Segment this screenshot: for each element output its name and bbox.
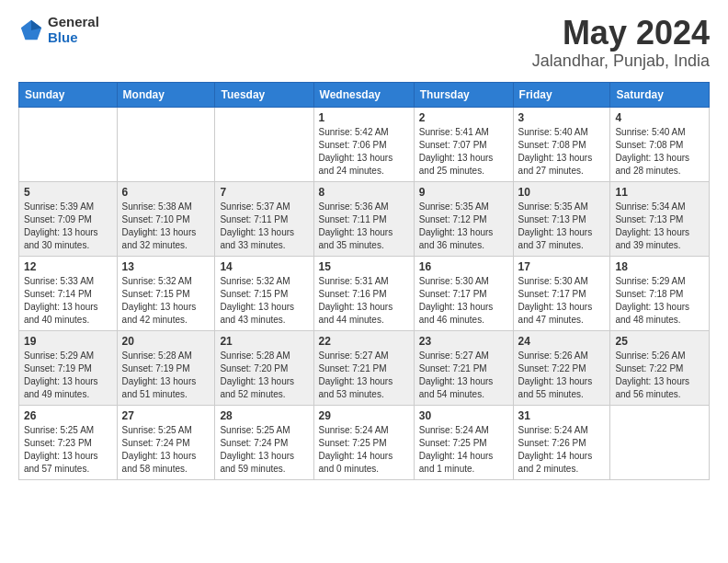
calendar-week-1: 1Sunrise: 5:42 AM Sunset: 7:06 PM Daylig…: [19, 107, 710, 181]
day-number: 28: [220, 409, 308, 422]
calendar-cell: [19, 107, 118, 181]
day-number: 21: [220, 335, 308, 348]
calendar-cell: [117, 107, 215, 181]
day-info: Sunrise: 5:41 AM Sunset: 7:07 PM Dayligh…: [419, 126, 508, 178]
calendar-cell: 7Sunrise: 5:37 AM Sunset: 7:11 PM Daylig…: [215, 181, 313, 256]
day-number: 13: [122, 260, 210, 273]
calendar-cell: 20Sunrise: 5:28 AM Sunset: 7:19 PM Dayli…: [117, 330, 215, 405]
day-number: 1: [319, 111, 409, 124]
logo-blue-text: Blue: [48, 30, 99, 46]
calendar-cell: 31Sunrise: 5:24 AM Sunset: 7:26 PM Dayli…: [513, 405, 610, 479]
day-info: Sunrise: 5:24 AM Sunset: 7:25 PM Dayligh…: [319, 424, 409, 476]
calendar-cell: [610, 405, 710, 479]
calendar-cell: 2Sunrise: 5:41 AM Sunset: 7:07 PM Daylig…: [414, 107, 513, 181]
calendar-cell: 22Sunrise: 5:27 AM Sunset: 7:21 PM Dayli…: [313, 330, 414, 405]
header: General Blue May 2024 Jalandhar, Punjab,…: [18, 15, 710, 71]
day-number: 22: [319, 335, 409, 348]
day-info: Sunrise: 5:25 AM Sunset: 7:23 PM Dayligh…: [24, 424, 112, 476]
calendar-cell: 14Sunrise: 5:32 AM Sunset: 7:15 PM Dayli…: [215, 256, 313, 330]
day-info: Sunrise: 5:35 AM Sunset: 7:12 PM Dayligh…: [419, 201, 508, 252]
day-number: 6: [122, 186, 210, 199]
day-info: Sunrise: 5:31 AM Sunset: 7:16 PM Dayligh…: [319, 275, 409, 327]
calendar-cell: 8Sunrise: 5:36 AM Sunset: 7:11 PM Daylig…: [313, 181, 414, 256]
day-number: 27: [122, 409, 210, 422]
day-number: 25: [615, 335, 704, 348]
calendar-cell: 15Sunrise: 5:31 AM Sunset: 7:16 PM Dayli…: [313, 256, 414, 330]
day-number: 8: [319, 186, 409, 199]
day-number: 15: [319, 260, 409, 273]
calendar-cell: 16Sunrise: 5:30 AM Sunset: 7:17 PM Dayli…: [414, 256, 513, 330]
calendar-cell: 5Sunrise: 5:39 AM Sunset: 7:09 PM Daylig…: [19, 181, 118, 256]
day-info: Sunrise: 5:26 AM Sunset: 7:22 PM Dayligh…: [518, 350, 606, 401]
calendar-cell: [215, 107, 313, 181]
calendar-cell: 30Sunrise: 5:24 AM Sunset: 7:25 PM Dayli…: [414, 405, 513, 479]
day-number: 29: [319, 409, 409, 422]
calendar-cell: 25Sunrise: 5:26 AM Sunset: 7:22 PM Dayli…: [610, 330, 710, 405]
day-number: 5: [24, 186, 112, 199]
logo-text: General Blue: [48, 15, 99, 45]
calendar-cell: 17Sunrise: 5:30 AM Sunset: 7:17 PM Dayli…: [513, 256, 610, 330]
day-number: 26: [24, 409, 112, 422]
day-number: 18: [615, 260, 704, 273]
day-info: Sunrise: 5:36 AM Sunset: 7:11 PM Dayligh…: [319, 201, 409, 252]
calendar-cell: 12Sunrise: 5:33 AM Sunset: 7:14 PM Dayli…: [19, 256, 118, 330]
day-number: 20: [122, 335, 210, 348]
day-info: Sunrise: 5:38 AM Sunset: 7:10 PM Dayligh…: [122, 201, 210, 252]
day-info: Sunrise: 5:42 AM Sunset: 7:06 PM Dayligh…: [319, 126, 409, 178]
day-info: Sunrise: 5:40 AM Sunset: 7:08 PM Dayligh…: [615, 126, 704, 178]
day-info: Sunrise: 5:29 AM Sunset: 7:19 PM Dayligh…: [24, 350, 112, 401]
day-number: 2: [419, 111, 508, 124]
day-info: Sunrise: 5:30 AM Sunset: 7:17 PM Dayligh…: [419, 275, 508, 327]
day-info: Sunrise: 5:37 AM Sunset: 7:11 PM Dayligh…: [220, 201, 308, 252]
col-monday: Monday: [117, 82, 215, 107]
col-friday: Friday: [513, 82, 610, 107]
header-row: Sunday Monday Tuesday Wednesday Thursday…: [19, 82, 710, 107]
day-info: Sunrise: 5:39 AM Sunset: 7:09 PM Dayligh…: [24, 201, 112, 252]
calendar-week-2: 5Sunrise: 5:39 AM Sunset: 7:09 PM Daylig…: [19, 181, 710, 256]
day-info: Sunrise: 5:24 AM Sunset: 7:26 PM Dayligh…: [518, 424, 606, 476]
logo-general-text: General: [48, 15, 99, 30]
day-number: 9: [419, 186, 508, 199]
day-info: Sunrise: 5:26 AM Sunset: 7:22 PM Dayligh…: [615, 350, 704, 401]
day-info: Sunrise: 5:25 AM Sunset: 7:24 PM Dayligh…: [122, 424, 210, 476]
day-info: Sunrise: 5:28 AM Sunset: 7:19 PM Dayligh…: [122, 350, 210, 401]
calendar-cell: 27Sunrise: 5:25 AM Sunset: 7:24 PM Dayli…: [117, 405, 215, 479]
day-info: Sunrise: 5:33 AM Sunset: 7:14 PM Dayligh…: [24, 275, 112, 327]
calendar-subtitle: Jalandhar, Punjab, India: [532, 52, 710, 71]
day-info: Sunrise: 5:29 AM Sunset: 7:18 PM Dayligh…: [615, 275, 704, 327]
calendar-cell: 10Sunrise: 5:35 AM Sunset: 7:13 PM Dayli…: [513, 181, 610, 256]
calendar-cell: 24Sunrise: 5:26 AM Sunset: 7:22 PM Dayli…: [513, 330, 610, 405]
col-tuesday: Tuesday: [215, 82, 313, 107]
col-thursday: Thursday: [414, 82, 513, 107]
day-number: 3: [518, 111, 606, 124]
calendar-title: May 2024: [532, 15, 710, 52]
day-number: 12: [24, 260, 112, 273]
calendar-cell: 21Sunrise: 5:28 AM Sunset: 7:20 PM Dayli…: [215, 330, 313, 405]
day-info: Sunrise: 5:32 AM Sunset: 7:15 PM Dayligh…: [220, 275, 308, 327]
day-info: Sunrise: 5:35 AM Sunset: 7:13 PM Dayligh…: [518, 201, 606, 252]
day-info: Sunrise: 5:40 AM Sunset: 7:08 PM Dayligh…: [518, 126, 606, 178]
calendar-cell: 6Sunrise: 5:38 AM Sunset: 7:10 PM Daylig…: [117, 181, 215, 256]
calendar-header: Sunday Monday Tuesday Wednesday Thursday…: [19, 82, 710, 107]
col-saturday: Saturday: [610, 82, 710, 107]
day-number: 23: [419, 335, 508, 348]
calendar-week-4: 19Sunrise: 5:29 AM Sunset: 7:19 PM Dayli…: [19, 330, 710, 405]
day-number: 31: [518, 409, 606, 422]
day-number: 4: [615, 111, 704, 124]
calendar-cell: 9Sunrise: 5:35 AM Sunset: 7:12 PM Daylig…: [414, 181, 513, 256]
day-number: 30: [419, 409, 508, 422]
logo-icon: [18, 17, 44, 43]
calendar-body: 1Sunrise: 5:42 AM Sunset: 7:06 PM Daylig…: [19, 107, 710, 479]
day-info: Sunrise: 5:30 AM Sunset: 7:17 PM Dayligh…: [518, 275, 606, 327]
calendar-cell: 3Sunrise: 5:40 AM Sunset: 7:08 PM Daylig…: [513, 107, 610, 181]
calendar-cell: 28Sunrise: 5:25 AM Sunset: 7:24 PM Dayli…: [215, 405, 313, 479]
day-number: 19: [24, 335, 112, 348]
day-info: Sunrise: 5:27 AM Sunset: 7:21 PM Dayligh…: [319, 350, 409, 401]
calendar-table: Sunday Monday Tuesday Wednesday Thursday…: [18, 82, 710, 480]
calendar-week-3: 12Sunrise: 5:33 AM Sunset: 7:14 PM Dayli…: [19, 256, 710, 330]
day-number: 11: [615, 186, 704, 199]
day-number: 14: [220, 260, 308, 273]
day-number: 10: [518, 186, 606, 199]
day-number: 7: [220, 186, 308, 199]
calendar-cell: 19Sunrise: 5:29 AM Sunset: 7:19 PM Dayli…: [19, 330, 118, 405]
